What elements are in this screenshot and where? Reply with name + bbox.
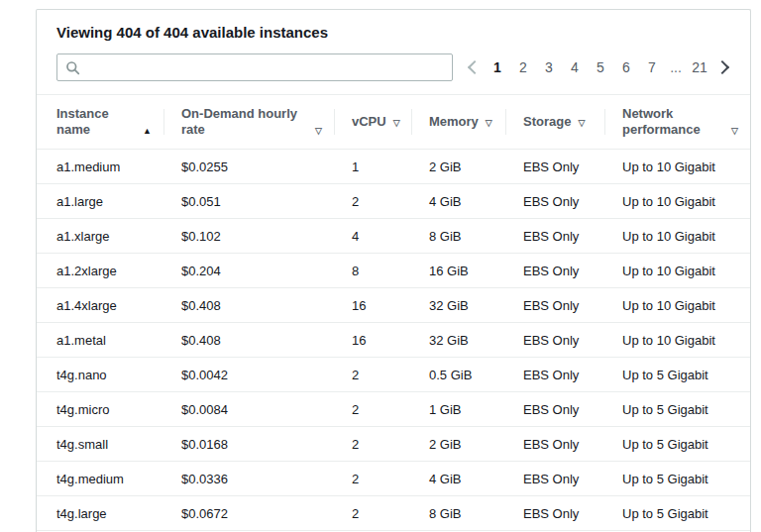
cell: 4 GiB <box>411 472 505 486</box>
column-header-instance-name[interactable]: Instance name▲ <box>37 95 163 149</box>
cell: a1.large <box>37 194 163 209</box>
cell: EBS Only <box>505 160 604 174</box>
cell: t4g.nano <box>37 368 163 382</box>
pagination-prev-icon[interactable] <box>461 55 485 79</box>
cell: 2 <box>334 437 411 452</box>
column-label: On-Demand hourly rate <box>181 106 308 138</box>
cell: EBS Only <box>505 472 604 486</box>
cell: EBS Only <box>505 437 604 452</box>
cell: a1.medium <box>37 160 163 174</box>
sortable-icon[interactable]: ▽ <box>578 116 585 130</box>
table-row[interactable]: a1.metal$0.4081632 GiBEBS OnlyUp to 10 G… <box>37 323 750 358</box>
cell: 2 GiB <box>411 437 505 452</box>
cell: Up to 10 Gigabit <box>604 194 750 209</box>
instances-panel: Viewing 404 of 404 available instances 1… <box>36 9 751 532</box>
column-label: Network performance <box>622 106 724 138</box>
column-label: Memory <box>429 114 479 130</box>
cell: $0.0255 <box>163 160 334 174</box>
column-header-storage[interactable]: Storage▽ <box>505 95 604 149</box>
cell: 2 <box>334 194 411 209</box>
table-row[interactable]: a1.xlarge$0.10248 GiBEBS OnlyUp to 10 Gi… <box>37 219 750 254</box>
cell: a1.2xlarge <box>37 264 163 278</box>
cell: $0.0168 <box>163 437 334 452</box>
cell: 8 <box>334 264 411 278</box>
pagination-next-icon[interactable] <box>712 55 736 79</box>
cell: 16 <box>334 333 411 348</box>
cell: Up to 5 Gigabit <box>604 506 750 521</box>
cell: 8 GiB <box>411 506 505 521</box>
pagination-page-3[interactable]: 3 <box>538 55 560 79</box>
table-row[interactable]: t4g.micro$0.008421 GiBEBS OnlyUp to 5 Gi… <box>37 392 750 427</box>
cell: 16 GiB <box>411 264 505 278</box>
search-icon <box>65 60 80 75</box>
cell: $0.408 <box>163 298 334 313</box>
page-title: Viewing 404 of 404 available instances <box>56 24 736 42</box>
cell: EBS Only <box>505 229 604 244</box>
cell: a1.xlarge <box>37 229 163 244</box>
cell: Up to 5 Gigabit <box>604 437 750 452</box>
cell: Up to 5 Gigabit <box>604 472 750 486</box>
pagination-ellipsis: ... <box>667 59 685 75</box>
cell: Up to 5 Gigabit <box>604 368 750 382</box>
cell: t4g.small <box>37 437 163 452</box>
table-header-row: Instance name▲On-Demand hourly rate▽vCPU… <box>37 94 750 150</box>
table-row[interactable]: a1.large$0.05124 GiBEBS OnlyUp to 10 Gig… <box>37 184 750 219</box>
cell: Up to 5 Gigabit <box>604 402 750 417</box>
cell: EBS Only <box>505 194 604 209</box>
sortable-icon[interactable]: ▽ <box>315 124 322 138</box>
cell: 1 GiB <box>411 402 505 417</box>
cell: EBS Only <box>505 264 604 278</box>
column-header-memory[interactable]: Memory▽ <box>411 95 505 149</box>
cell: 2 GiB <box>411 160 505 174</box>
pagination-page-4[interactable]: 4 <box>564 55 586 79</box>
controls-row: 1234567...21 <box>56 53 736 94</box>
table-row[interactable]: a1.2xlarge$0.204816 GiBEBS OnlyUp to 10 … <box>37 254 750 288</box>
cell: 1 <box>334 160 411 174</box>
table-row[interactable]: t4g.nano$0.004220.5 GiBEBS OnlyUp to 5 G… <box>37 358 750 392</box>
pagination-page-2[interactable]: 2 <box>512 55 534 79</box>
pagination-page-1[interactable]: 1 <box>487 55 508 79</box>
search-input[interactable] <box>86 59 444 76</box>
cell: 16 <box>334 298 411 313</box>
cell: $0.0336 <box>163 472 334 486</box>
table-controls: Viewing 404 of 404 available instances 1… <box>37 10 750 94</box>
cell: $0.102 <box>163 229 334 244</box>
pagination-page-5[interactable]: 5 <box>590 55 611 79</box>
cell: Up to 10 Gigabit <box>604 298 750 313</box>
cell: EBS Only <box>505 506 604 521</box>
column-header-on-demand-hourly-rate[interactable]: On-Demand hourly rate▽ <box>163 95 334 149</box>
table-row[interactable]: a1.medium$0.025512 GiBEBS OnlyUp to 10 G… <box>37 150 750 184</box>
cell: $0.0042 <box>163 368 334 382</box>
column-label: Instance name <box>56 106 122 138</box>
table-row[interactable]: t4g.large$0.067228 GiBEBS OnlyUp to 5 Gi… <box>37 496 750 531</box>
sort-ascending-icon[interactable]: ▲ <box>143 124 152 138</box>
cell: EBS Only <box>505 333 604 348</box>
cell: Up to 10 Gigabit <box>604 264 750 278</box>
cell: 8 GiB <box>411 229 505 244</box>
cell: $0.051 <box>163 194 334 209</box>
cell: $0.0084 <box>163 402 334 417</box>
cell: Up to 10 Gigabit <box>604 333 750 348</box>
table-row[interactable]: t4g.small$0.016822 GiBEBS OnlyUp to 5 Gi… <box>37 427 750 462</box>
cell: Up to 10 Gigabit <box>604 229 750 244</box>
pagination-page-6[interactable]: 6 <box>615 55 637 79</box>
search-box[interactable] <box>56 53 453 81</box>
column-header-network-performance[interactable]: Network performance▽ <box>604 95 750 149</box>
table-row[interactable]: t4g.medium$0.033624 GiBEBS OnlyUp to 5 G… <box>37 462 750 496</box>
pagination: 1234567...21 <box>461 55 736 79</box>
column-header-vcpu[interactable]: vCPU▽ <box>334 95 411 149</box>
cell: 2 <box>334 368 411 382</box>
table-row[interactable]: a1.4xlarge$0.4081632 GiBEBS OnlyUp to 10… <box>37 288 750 323</box>
sortable-icon[interactable]: ▽ <box>731 124 738 138</box>
sortable-icon[interactable]: ▽ <box>486 116 492 130</box>
cell: $0.0672 <box>163 506 334 521</box>
cell: 32 GiB <box>411 333 505 348</box>
cell: a1.metal <box>37 333 163 348</box>
cell: EBS Only <box>505 298 604 313</box>
column-label: Storage <box>523 114 571 130</box>
sortable-icon[interactable]: ▽ <box>393 116 400 130</box>
table-body: a1.medium$0.025512 GiBEBS OnlyUp to 10 G… <box>37 150 750 531</box>
cell: $0.204 <box>163 264 334 278</box>
pagination-page-7[interactable]: 7 <box>641 55 663 79</box>
pagination-page-21[interactable]: 21 <box>689 55 710 79</box>
